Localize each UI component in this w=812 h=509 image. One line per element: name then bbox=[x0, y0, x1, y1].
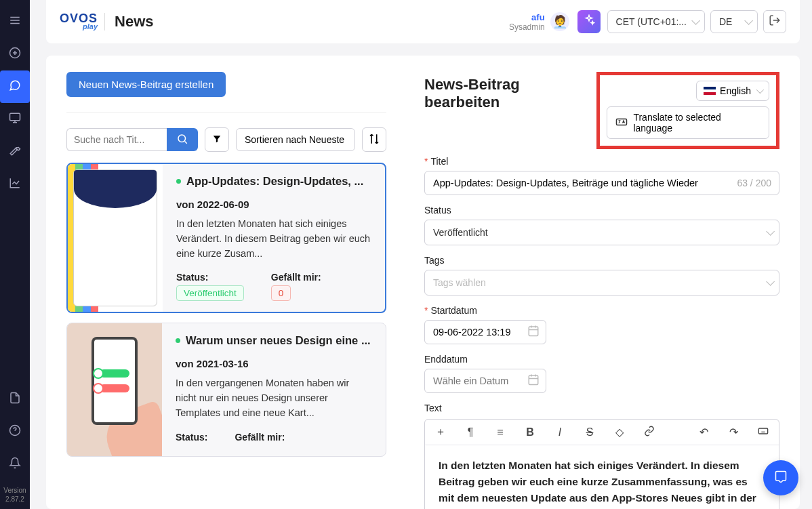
likes-label: Gefällt mir: bbox=[271, 272, 321, 283]
user-name: afu bbox=[509, 12, 545, 22]
tags-label: Tags bbox=[424, 255, 779, 266]
sidebar-item-analytics[interactable] bbox=[0, 168, 30, 201]
status-label: Status: bbox=[176, 272, 244, 283]
sidebar-item-notify[interactable] bbox=[0, 448, 30, 481]
news-excerpt: In den letzten Monaten hat sich einiges … bbox=[176, 217, 371, 261]
rte-italic-button[interactable]: I bbox=[554, 426, 566, 439]
rte-add-button[interactable]: ＋ bbox=[434, 425, 447, 439]
bell-icon bbox=[9, 457, 21, 472]
filter-button[interactable] bbox=[205, 127, 229, 152]
translate-lang-select[interactable]: English bbox=[696, 81, 769, 101]
logout-icon bbox=[769, 14, 781, 29]
avatar[interactable]: 🧑‍💼 bbox=[550, 12, 569, 31]
sort-direction-button[interactable] bbox=[362, 127, 386, 152]
news-excerpt: In den vergangenen Monaten haben wir nic… bbox=[176, 376, 372, 420]
svg-rect-5 bbox=[529, 327, 538, 336]
rte-paragraph-button[interactable]: ¶ bbox=[464, 426, 476, 439]
create-news-button[interactable]: Neuen News-Beitrag erstellen bbox=[66, 72, 226, 97]
svg-rect-4 bbox=[617, 119, 627, 125]
sparkle-icon bbox=[583, 14, 595, 29]
rte-align-button[interactable]: ≡ bbox=[494, 426, 506, 439]
title-label: *Titel bbox=[424, 156, 779, 167]
translate-icon bbox=[615, 116, 628, 130]
status-dot-icon bbox=[176, 179, 181, 184]
sort-select[interactable]: Sortieren nach Neueste bbox=[236, 128, 355, 151]
list-icon bbox=[9, 14, 21, 29]
language-select[interactable]: DE bbox=[710, 10, 758, 33]
rte-color-button[interactable]: ◇ bbox=[613, 426, 626, 439]
brand-logo: OVOS play bbox=[60, 14, 98, 29]
news-date: von 2021-03-16 bbox=[176, 358, 372, 369]
version-label: Version 2.87.2 bbox=[2, 481, 27, 509]
tags-select[interactable]: Tags wählen bbox=[424, 270, 779, 296]
likes-label: Gefällt mir: bbox=[235, 432, 285, 443]
file-icon bbox=[9, 392, 21, 407]
divider bbox=[66, 112, 386, 113]
chat-support-button[interactable] bbox=[763, 460, 798, 495]
rte-bold-button[interactable]: B bbox=[524, 426, 536, 439]
user-info[interactable]: afu Sysadmin bbox=[509, 12, 545, 32]
news-thumbnail bbox=[67, 323, 162, 455]
char-count: 63 / 200 bbox=[737, 178, 771, 188]
status-label: Status: bbox=[176, 432, 207, 443]
rte-undo-button[interactable]: ↶ bbox=[697, 426, 710, 439]
status-select[interactable]: Veröffentlicht bbox=[424, 220, 779, 245]
wrench-icon bbox=[9, 144, 21, 159]
sidebar-item-news[interactable] bbox=[0, 70, 30, 103]
sort-icon bbox=[368, 133, 380, 147]
filter-icon bbox=[212, 134, 222, 146]
topbar: OVOS play News afu Sysadmin 🧑‍💼 CET (UTC… bbox=[46, 0, 800, 43]
sidebar-item-file[interactable] bbox=[0, 383, 30, 415]
enddate-label: Enddatum bbox=[424, 354, 779, 365]
brand: OVOS play News bbox=[60, 13, 154, 30]
svg-rect-6 bbox=[529, 375, 538, 385]
sidebar-item-list[interactable] bbox=[0, 5, 30, 38]
rte-strike-button[interactable]: S bbox=[584, 426, 596, 439]
search-input[interactable] bbox=[66, 128, 167, 151]
title-input[interactable] bbox=[424, 171, 779, 195]
status-badge: Veröffentlicht bbox=[176, 285, 244, 301]
flag-icon bbox=[704, 87, 716, 95]
rte-link-button[interactable] bbox=[643, 426, 655, 439]
rte-keyboard-button[interactable] bbox=[757, 426, 769, 439]
ai-assist-button[interactable] bbox=[577, 10, 601, 33]
logout-button[interactable] bbox=[763, 10, 786, 33]
rich-text-editor: ＋ ¶ ≡ B I S ◇ ↶ ↷ bbox=[424, 419, 779, 509]
help-icon bbox=[9, 424, 21, 439]
user-role: Sysadmin bbox=[509, 22, 545, 32]
news-card[interactable]: Warum unser neues Design eine ... von 20… bbox=[66, 323, 386, 456]
news-thumbnail bbox=[68, 164, 163, 312]
page-title: News bbox=[104, 13, 153, 30]
plus-circle-icon bbox=[9, 47, 21, 62]
monitor-icon bbox=[9, 112, 21, 127]
news-title: App-Updates: Design-Updates, ... bbox=[176, 175, 371, 188]
sidebar-item-help[interactable] bbox=[0, 415, 30, 448]
sidebar-item-monitor[interactable] bbox=[0, 103, 30, 136]
calendar-icon bbox=[527, 373, 540, 388]
text-label: Text bbox=[424, 403, 779, 413]
edit-heading: News-Beitrag bearbeiten bbox=[424, 72, 596, 111]
startdate-label: *Startdatum bbox=[424, 305, 779, 316]
news-card[interactable]: App-Updates: Design-Updates, ... von 202… bbox=[66, 163, 386, 313]
chart-icon bbox=[9, 177, 21, 192]
svg-rect-1 bbox=[10, 113, 20, 121]
chat-bubble-icon bbox=[775, 470, 787, 485]
calendar-icon bbox=[527, 325, 540, 340]
svg-point-3 bbox=[178, 135, 186, 142]
translate-panel: English Translate to selected language bbox=[596, 72, 779, 149]
rte-redo-button[interactable]: ↷ bbox=[727, 426, 739, 439]
timezone-select[interactable]: CET (UTC+01:... bbox=[607, 10, 705, 33]
sidebar-item-settings[interactable] bbox=[0, 136, 30, 168]
status-dot-icon bbox=[176, 338, 180, 343]
sidebar-item-add[interactable] bbox=[0, 38, 30, 70]
news-date: von 2022-06-09 bbox=[176, 199, 371, 210]
chat-icon bbox=[9, 79, 21, 94]
sidebar: Version 2.87.2 bbox=[0, 0, 30, 509]
search-button[interactable] bbox=[167, 128, 198, 151]
status-label: Status bbox=[424, 205, 779, 216]
translate-button[interactable]: Translate to selected language bbox=[607, 106, 769, 139]
news-title: Warum unser neues Design eine ... bbox=[176, 334, 372, 347]
search-icon bbox=[176, 133, 188, 147]
rte-content[interactable]: In den letzten Monaten hat sich einiges … bbox=[425, 445, 779, 509]
rte-toolbar: ＋ ¶ ≡ B I S ◇ ↶ ↷ bbox=[425, 420, 779, 445]
